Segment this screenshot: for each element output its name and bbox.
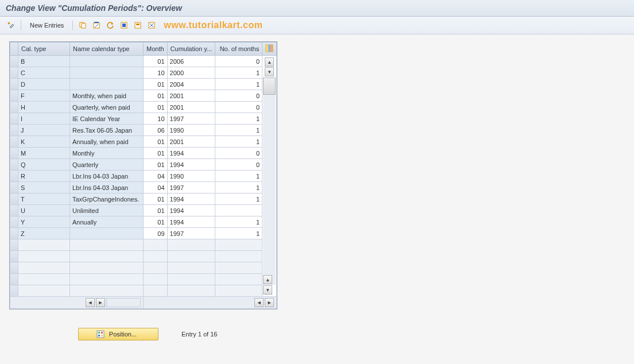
scroll-down-button[interactable]: ▼ bbox=[265, 67, 274, 76]
table-row[interactable]: B0120060▲▼▲▼ bbox=[10, 56, 277, 67]
vscroll-thumb[interactable] bbox=[263, 78, 276, 95]
col-header-month[interactable]: Month bbox=[144, 42, 168, 56]
cell-cal-type[interactable]: S bbox=[18, 182, 70, 193]
cell-no-months[interactable]: 1 bbox=[215, 182, 262, 193]
row-selector[interactable] bbox=[10, 171, 18, 182]
row-selector[interactable] bbox=[10, 216, 18, 228]
scroll-up-button[interactable]: ▲ bbox=[265, 57, 274, 67]
cell-cumulation-year[interactable]: 1994 bbox=[167, 205, 215, 216]
cell-month[interactable]: 01 bbox=[144, 56, 168, 67]
cell-no-months[interactable]: 1 bbox=[215, 228, 262, 239]
cell-cal-type[interactable]: C bbox=[18, 67, 70, 79]
row-selector[interactable] bbox=[10, 148, 18, 159]
row-selector[interactable] bbox=[10, 90, 18, 102]
table-row[interactable]: UUnlimited011994 bbox=[10, 205, 277, 216]
row-header-corner[interactable] bbox=[10, 42, 18, 56]
cell-cumulation-year[interactable]: 1990 bbox=[167, 171, 215, 182]
cell-cal-type[interactable]: J bbox=[18, 125, 70, 136]
cell-cumulation-year[interactable]: 1994 bbox=[167, 193, 215, 205]
cell-month[interactable]: 01 bbox=[144, 159, 168, 171]
cell-name[interactable]: Res.Tax 06-05 Japan bbox=[70, 125, 144, 136]
vscroll-track[interactable] bbox=[263, 78, 276, 285]
col-header-cal-type[interactable]: Cal. type bbox=[18, 42, 70, 56]
cell-name[interactable]: Annually bbox=[70, 216, 144, 228]
table-row[interactable]: TTaxGrpChangeIndones.0119941 bbox=[10, 193, 277, 205]
deselect-all-button[interactable] bbox=[145, 19, 158, 32]
cell-name[interactable]: Lbr.Ins 04-03 Japan bbox=[70, 171, 144, 182]
cell-no-months[interactable]: 1 bbox=[215, 216, 262, 228]
row-selector[interactable] bbox=[10, 239, 18, 251]
table-row[interactable]: D0120041 bbox=[10, 79, 277, 90]
row-selector[interactable] bbox=[10, 262, 18, 274]
cell-name[interactable]: Quarterly, when paid bbox=[70, 102, 144, 113]
select-block-button[interactable] bbox=[132, 19, 144, 32]
row-selector[interactable] bbox=[10, 228, 18, 239]
row-selector[interactable] bbox=[10, 182, 18, 193]
scroll-up-button-2[interactable]: ▲ bbox=[263, 275, 272, 284]
cell-month[interactable]: 01 bbox=[144, 90, 168, 102]
row-selector[interactable] bbox=[10, 56, 18, 67]
cell-month[interactable]: 04 bbox=[144, 171, 168, 182]
copy-button[interactable] bbox=[76, 19, 89, 32]
row-selector[interactable] bbox=[10, 205, 18, 216]
cell-cal-type[interactable]: H bbox=[18, 102, 70, 113]
cell-cumulation-year[interactable]: 1997 bbox=[167, 182, 215, 193]
row-selector[interactable] bbox=[10, 136, 18, 148]
cell-cumulation-year[interactable]: 1994 bbox=[167, 159, 215, 171]
cell-name[interactable]: IE Calendar Year bbox=[70, 113, 144, 125]
cell-month[interactable]: 09 bbox=[144, 228, 168, 239]
cell-no-months[interactable]: 1 bbox=[215, 113, 262, 125]
row-selector[interactable] bbox=[10, 67, 18, 79]
cell-month[interactable]: 04 bbox=[144, 182, 168, 193]
cell-no-months[interactable]: 1 bbox=[215, 79, 262, 90]
cell-month[interactable]: 06 bbox=[144, 125, 168, 136]
cell-no-months[interactable]: 1 bbox=[215, 125, 262, 136]
cell-name[interactable] bbox=[70, 79, 144, 90]
row-selector[interactable] bbox=[10, 79, 18, 90]
cell-name[interactable]: Quarterly bbox=[70, 159, 144, 171]
row-selector[interactable] bbox=[10, 113, 18, 125]
cell-cumulation-year[interactable]: 1997 bbox=[167, 113, 215, 125]
table-row[interactable]: HQuarterly, when paid0120010 bbox=[10, 102, 277, 113]
cell-cumulation-year[interactable]: 2006 bbox=[167, 56, 215, 67]
cell-month[interactable]: 01 bbox=[144, 102, 168, 113]
cell-name[interactable] bbox=[70, 228, 144, 239]
table-row[interactable]: KAnnually, when paid0120011 bbox=[10, 136, 277, 148]
col-header-cumulation[interactable]: Cumulation y... bbox=[167, 42, 215, 56]
cell-month[interactable]: 01 bbox=[144, 136, 168, 148]
cell-month[interactable]: 01 bbox=[144, 148, 168, 159]
cell-no-months[interactable] bbox=[215, 205, 262, 216]
scroll-right-button[interactable]: ► bbox=[96, 298, 105, 307]
cell-cumulation-year[interactable]: 1994 bbox=[167, 148, 215, 159]
table-row[interactable]: QQuarterly0119940 bbox=[10, 159, 277, 171]
undo-button[interactable] bbox=[104, 19, 117, 32]
cell-month[interactable]: 01 bbox=[144, 79, 168, 90]
cell-cal-type[interactable]: I bbox=[18, 113, 70, 125]
table-row[interactable]: JRes.Tax 06-05 Japan0619901 bbox=[10, 125, 277, 136]
cell-month[interactable]: 10 bbox=[144, 113, 168, 125]
cell-cumulation-year[interactable]: 2001 bbox=[167, 102, 215, 113]
table-row[interactable]: FMonthly, when paid0120010 bbox=[10, 90, 277, 102]
table-row[interactable]: YAnnually0119941 bbox=[10, 216, 277, 228]
scroll-left-button-2[interactable]: ◄ bbox=[254, 298, 264, 307]
row-selector[interactable] bbox=[10, 251, 18, 262]
table-row[interactable]: C1020001 bbox=[10, 67, 277, 79]
cell-cumulation-year[interactable]: 2001 bbox=[167, 90, 215, 102]
cell-no-months[interactable]: 0 bbox=[215, 102, 262, 113]
hscroll-track[interactable] bbox=[106, 298, 141, 307]
cell-name[interactable]: TaxGrpChangeIndones. bbox=[70, 193, 144, 205]
row-selector[interactable] bbox=[10, 102, 18, 113]
cell-cal-type[interactable]: D bbox=[18, 79, 70, 90]
cell-cumulation-year[interactable]: 1997 bbox=[167, 228, 215, 239]
cell-name[interactable]: Unlimited bbox=[70, 205, 144, 216]
cell-name[interactable]: Annually, when paid bbox=[70, 136, 144, 148]
row-selector[interactable] bbox=[10, 159, 18, 171]
delete-button[interactable] bbox=[90, 19, 103, 32]
row-selector[interactable] bbox=[10, 285, 18, 297]
cell-cal-type[interactable]: M bbox=[18, 148, 70, 159]
table-row[interactable]: Z0919971 bbox=[10, 228, 277, 239]
cell-cumulation-year[interactable]: 2000 bbox=[167, 67, 215, 79]
cell-cal-type[interactable]: R bbox=[18, 171, 70, 182]
table-row[interactable]: SLbr.Ins 04-03 Japan0419971 bbox=[10, 182, 277, 193]
col-header-no-months[interactable]: No. of months bbox=[215, 42, 262, 56]
